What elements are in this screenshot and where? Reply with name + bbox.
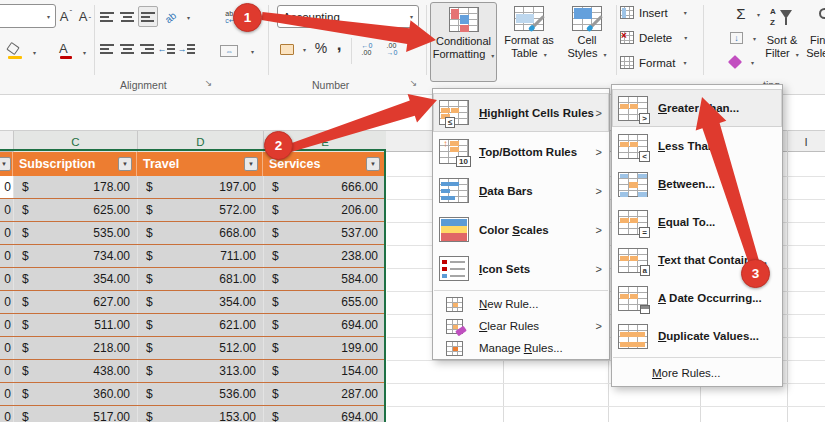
table-cell[interactable]: $627.00 [13,291,137,313]
table-cell[interactable]: $178.00 [13,176,137,198]
delete-button[interactable]: × Delete▾ [620,31,687,44]
table-cell[interactable]: $621.00 [137,314,263,336]
increase-indent-button[interactable]: → [177,40,195,58]
table-cell[interactable]: $153.00 [137,406,263,422]
table-cell[interactable]: $694.00 [263,314,385,336]
table-cell[interactable]: $218.00 [13,337,137,359]
insert-button[interactable]: Insert▾ [620,6,687,19]
table-cell[interactable]: $625.00 [13,199,137,221]
sort-filter-button[interactable]: A Z Sort & Filter ▾ [762,2,802,82]
menu-item-between[interactable]: Between... [612,165,782,203]
menu-item-data-bars[interactable]: Data Bars> [433,171,609,210]
table-cell[interactable]: $535.00 [13,222,137,244]
comma-style-button[interactable]: , [332,34,346,56]
table-cell[interactable]: $287.00 [263,383,385,405]
menu-item-greater-than[interactable]: >Greater Than... [612,89,782,127]
table-cell[interactable]: $666.00 [263,176,385,198]
table-cell[interactable]: $313.00 [137,360,263,382]
decrease-decimal-button[interactable]: .00→0 [381,40,403,58]
fill-color-button[interactable] [2,41,26,63]
menu-item-clear-rules[interactable]: Clear Rules> [433,315,609,337]
table-cell[interactable]: $238.00 [263,245,385,267]
filter-button[interactable]: ▼ [0,157,11,171]
number-format-combo[interactable]: Accounting ▾ [277,5,419,28]
merge-center-button[interactable]: ⇔ [216,42,242,60]
table-cell[interactable]: $694.00 [263,406,385,422]
table-cell[interactable]: $354.00 [137,291,263,313]
fill-color-dropdown[interactable]: ▾ [28,44,38,60]
fill-button[interactable]: ↓ [728,30,745,46]
table-cell[interactable]: $512.00 [137,337,263,359]
filter-button[interactable]: ▼ [118,157,132,171]
percent-style-button[interactable]: % [312,38,330,58]
autosum-button[interactable]: Σ [730,4,752,22]
cell-b-stub[interactable]: 0 [0,337,13,359]
orientation-dropdown[interactable]: ▾ [182,10,192,24]
filter-button[interactable]: ▼ [244,157,258,171]
decrease-indent-button[interactable]: ← [157,40,175,58]
align-bottom-button[interactable] [138,6,158,27]
font-color-button[interactable]: A [54,41,76,63]
align-top-button[interactable] [98,8,116,26]
table-cell[interactable]: $536.00 [137,383,263,405]
filter-button[interactable]: ▼ [366,157,380,171]
menu-item-highlight-cells-rules[interactable]: ≤Highlight Cells Rules> [433,93,609,132]
table-cell[interactable]: $668.00 [137,222,263,244]
table-cell[interactable]: $711.00 [137,245,263,267]
menu-item-top-bottom-rules[interactable]: 10↑Top/Bottom Rules> [433,132,609,171]
cell-b-stub[interactable]: 0 [0,245,13,267]
column-header-i[interactable]: I [795,131,817,152]
fill-dropdown[interactable]: ▾ [748,32,758,44]
menu-item-less-than[interactable]: <Less Than... [612,127,782,165]
font-color-dropdown[interactable]: ▾ [78,44,88,60]
cell-b-stub[interactable]: 0 [0,222,13,244]
align-right-button[interactable] [138,40,156,58]
grow-font-button[interactable]: Aˆ [57,6,75,26]
autosum-dropdown[interactable]: ▾ [752,8,762,20]
menu-item-equal-to[interactable]: =Equal To... [612,203,782,241]
cell-b-stub[interactable]: 0 [0,199,13,221]
align-middle-button[interactable] [118,8,136,26]
cell-styles-button[interactable]: Cell Styles ▾ [561,2,613,82]
cell-b-stub[interactable]: 0 [0,314,13,336]
table-cell[interactable]: $681.00 [137,268,263,290]
cell-b-stub[interactable]: 0 [0,406,13,422]
orientation-button[interactable]: ab [161,7,181,27]
cell-b-stub[interactable]: 0 [0,176,13,198]
menu-item-icon-sets[interactable]: Icon Sets> [433,249,609,288]
format-as-table-button[interactable]: Format as Table ▾ [500,2,558,82]
menu-item-manage-rules[interactable]: Manage Rules... [433,337,609,359]
table-cell[interactable]: $206.00 [263,199,385,221]
table-cell[interactable]: $154.00 [263,360,385,382]
menu-item-new-rule[interactable]: New Rule... [433,293,609,315]
cell-b-stub[interactable]: 0 [0,360,13,382]
merge-center-dropdown[interactable]: ▾ [246,44,256,58]
increase-decimal-button[interactable]: ←0.00 [356,40,378,58]
clear-button[interactable] [727,54,743,70]
cell-b-stub[interactable]: 0 [0,291,13,313]
shrink-font-button[interactable]: Aˇ [76,6,94,26]
menu-item-duplicate-values[interactable]: Duplicate Values... [612,317,782,355]
table-cell[interactable]: $572.00 [137,199,263,221]
table-cell[interactable]: $199.00 [263,337,385,359]
table-cell[interactable]: $517.00 [13,406,137,422]
cell-b-stub[interactable]: 0 [0,383,13,405]
number-dialog-launcher[interactable]: ↘ [408,78,419,89]
clear-dropdown[interactable]: ▾ [746,56,756,68]
table-cell[interactable]: $511.00 [13,314,137,336]
table-cell[interactable]: $584.00 [263,268,385,290]
font-size-combo[interactable]: ▾ [0,4,56,28]
menu-item-more-rules[interactable]: More Rules... [612,360,782,386]
table-cell[interactable]: $734.00 [13,245,137,267]
table-cell[interactable]: $360.00 [13,383,137,405]
cell-b-stub[interactable]: 0 [0,268,13,290]
accounting-format-dropdown[interactable]: ▾ [298,42,308,56]
table-cell[interactable]: $354.00 [13,268,137,290]
table-cell[interactable]: $197.00 [137,176,263,198]
menu-item-color-scales[interactable]: Color Scales> [433,210,609,249]
find-select-button[interactable]: Find & Select ▾ [800,2,825,82]
conditional-formatting-button[interactable]: Conditional Formatting ▾ [430,2,497,82]
align-center-button[interactable] [118,40,136,58]
table-cell[interactable]: $438.00 [13,360,137,382]
table-cell[interactable]: $537.00 [263,222,385,244]
